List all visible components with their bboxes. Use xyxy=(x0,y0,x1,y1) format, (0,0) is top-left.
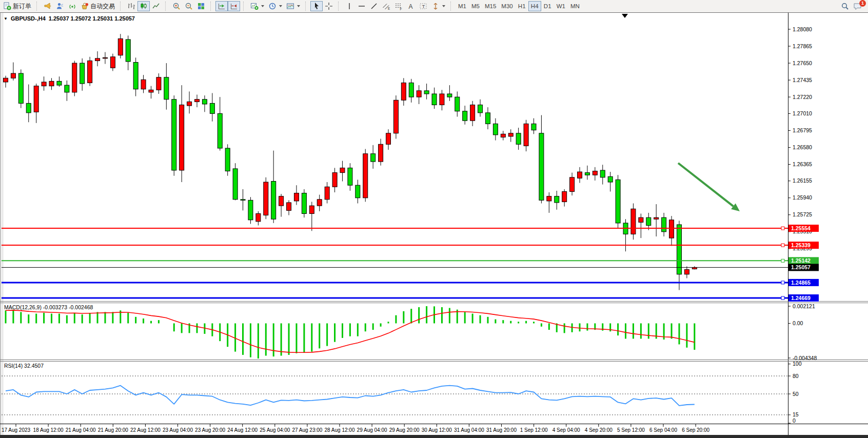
search-button[interactable] xyxy=(839,1,851,11)
candle xyxy=(524,124,528,146)
svg-text:80: 80 xyxy=(793,373,799,379)
candle xyxy=(478,105,483,113)
bar-chart-button[interactable] xyxy=(125,1,137,11)
svg-text:21 Aug 04:00: 21 Aug 04:00 xyxy=(66,427,96,433)
crosshair-button[interactable] xyxy=(323,1,335,11)
candle xyxy=(88,61,92,83)
toolbar-separator xyxy=(210,2,213,11)
equidistant-channel-button[interactable]: E xyxy=(380,1,392,11)
svg-text:5 Sep 12:00: 5 Sep 12:00 xyxy=(617,427,645,433)
macd-indicator-label: MACD(12,26,9) -0.003273 -0.002468 xyxy=(4,304,93,310)
svg-text:0: 0 xyxy=(793,417,796,424)
chevron-down-icon xyxy=(442,5,445,7)
symbol-dropdown-icon[interactable]: ▼ xyxy=(4,16,8,21)
svg-text:21 Aug 20:00: 21 Aug 20:00 xyxy=(98,427,128,433)
auto-trading-button[interactable]: 自动交易 xyxy=(78,1,117,11)
timeframe-H1[interactable]: H1 xyxy=(516,1,528,11)
candle xyxy=(593,171,597,175)
toolbar-separator xyxy=(165,2,168,11)
zoom-out-button[interactable] xyxy=(183,1,195,11)
trendline-button[interactable] xyxy=(368,1,380,11)
signals-button[interactable] xyxy=(66,1,78,11)
candle xyxy=(432,94,437,105)
timeframe-H4[interactable]: H4 xyxy=(528,1,541,11)
zoom-in-button[interactable] xyxy=(170,1,183,11)
chat-button[interactable]: 1 xyxy=(851,1,864,11)
candle xyxy=(57,81,62,85)
candle xyxy=(279,196,284,206)
candlestick-chart-button[interactable] xyxy=(137,1,150,11)
candle xyxy=(149,90,153,92)
candle xyxy=(348,168,352,185)
candle xyxy=(463,111,467,121)
timeframe-M5[interactable]: M5 xyxy=(469,1,482,11)
timeframe-D1[interactable]: D1 xyxy=(541,1,554,11)
timeframe-MN[interactable]: MN xyxy=(568,1,582,11)
fibonacci-button[interactable]: F xyxy=(392,1,405,11)
candle xyxy=(156,77,161,90)
candle xyxy=(118,38,123,55)
text-label-button[interactable]: T xyxy=(417,1,429,11)
candle xyxy=(639,217,643,222)
candle xyxy=(256,213,261,221)
candle xyxy=(4,78,8,82)
chart-ohlc-values: 1.25037 1.25072 1.25031 1.25057 xyxy=(49,15,135,22)
svg-text:1.25057: 1.25057 xyxy=(791,264,811,270)
templates-button[interactable] xyxy=(284,1,302,11)
rsi-indicator-label: RSI(14) 32.4507 xyxy=(4,363,44,369)
channel-icon: E xyxy=(382,2,390,10)
svg-text:29 Aug 04:00: 29 Aug 04:00 xyxy=(357,427,387,433)
chart-canvas[interactable]: 1.280801.278651.276501.274351.272201.270… xyxy=(0,0,868,438)
tile-windows-icon xyxy=(197,2,205,10)
candle xyxy=(677,225,681,274)
cursor-icon xyxy=(312,2,321,10)
auto-scroll-button[interactable] xyxy=(228,1,240,11)
tile-windows-button[interactable] xyxy=(195,1,207,11)
signal-icon xyxy=(68,2,76,10)
svg-text:50: 50 xyxy=(793,391,799,397)
candle xyxy=(570,177,575,192)
svg-text:29 Aug 20:00: 29 Aug 20:00 xyxy=(389,427,420,433)
svg-text:0.00: 0.00 xyxy=(793,320,803,326)
svg-text:1 Sep 12:00: 1 Sep 12:00 xyxy=(520,427,548,433)
candle xyxy=(646,217,651,225)
candle xyxy=(264,182,268,215)
toolbar-separator xyxy=(338,2,341,11)
svg-text:-0.004348: -0.004348 xyxy=(793,355,817,361)
candle xyxy=(455,97,460,111)
candle xyxy=(294,193,299,201)
horizontal-line-button[interactable] xyxy=(356,1,368,11)
svg-text:4 Sep 04:00: 4 Sep 04:00 xyxy=(553,427,580,433)
svg-text:4 Sep 20:00: 4 Sep 20:00 xyxy=(585,427,613,433)
timeframe-M1[interactable]: M1 xyxy=(456,1,469,11)
timeframe-M15[interactable]: M15 xyxy=(482,1,499,11)
clock-icon xyxy=(268,2,277,10)
candle xyxy=(26,103,31,112)
candle xyxy=(363,154,368,198)
candle xyxy=(547,196,551,201)
horn-icon xyxy=(44,2,52,10)
alerts-button[interactable] xyxy=(42,1,54,11)
text-button[interactable]: A xyxy=(405,1,417,11)
svg-text:1.26155: 1.26155 xyxy=(793,177,812,184)
template-chart-icon xyxy=(286,2,294,10)
timeframe-M30[interactable]: M30 xyxy=(499,1,515,11)
chart-window-background xyxy=(0,12,868,438)
candle xyxy=(662,217,666,232)
trade-watch-button[interactable] xyxy=(54,1,66,11)
svg-text:1.25725: 1.25725 xyxy=(793,211,812,217)
auto-scroll-icon xyxy=(230,2,238,10)
vertical-line-button[interactable] xyxy=(343,1,356,11)
new-chart-icon xyxy=(250,2,259,10)
timeframe-W1[interactable]: W1 xyxy=(554,1,568,11)
line-chart-button[interactable] xyxy=(150,1,162,11)
periods-clock-button[interactable] xyxy=(266,1,284,11)
new-chart-button[interactable] xyxy=(248,1,266,11)
toolbar-separator xyxy=(305,2,308,11)
arrows-button[interactable] xyxy=(429,1,447,11)
cursor-button[interactable] xyxy=(310,1,323,11)
candle xyxy=(195,99,200,102)
new-order-button[interactable]: 新订单 xyxy=(1,1,33,11)
shift-chart-button[interactable] xyxy=(215,1,228,11)
candle xyxy=(616,180,620,223)
